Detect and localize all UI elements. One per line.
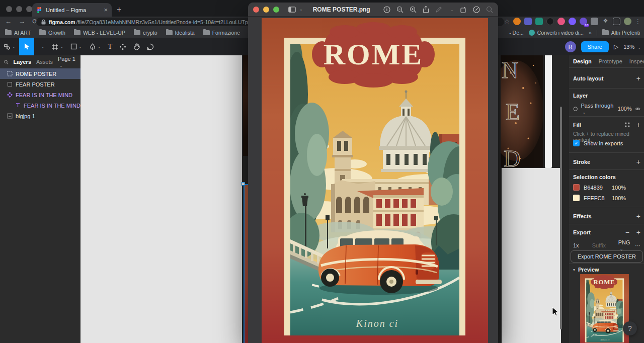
preview-titlebar[interactable]: ⌄ ROME POSTER.png [248,3,498,17]
move-tool-chevron[interactable]: ⌄ [36,38,48,55]
share-icon[interactable] [423,6,429,13]
window-icon[interactable] [613,18,620,25]
zoom-window-button[interactable] [26,6,32,12]
bookmark-folder-crypto[interactable]: crypto [134,30,157,36]
zoom-level-dropdown[interactable]: 13% ⌄ [623,44,641,50]
color-hex[interactable]: FFEFC8 [584,195,612,201]
browser-menu-kebab-icon[interactable]: ⋮ [635,18,641,25]
search-icon[interactable] [4,59,9,65]
extension-icon-dark[interactable] [546,18,554,25]
fill-styles-icon[interactable] [624,122,630,128]
color-opacity[interactable]: 100% [612,195,626,201]
layer-row-fear-poster[interactable]: FEAR POSTER [0,79,80,90]
export-format-dropdown[interactable]: PNG ⌄ [618,239,633,251]
tab-design[interactable]: Design [573,58,592,64]
layer-row-rome-poster[interactable]: ROME POSTER [0,68,80,79]
preview-caret-icon[interactable]: ▾ [573,268,575,272]
layer-row-fear-component[interactable]: FEAR IS IN THE MIND [0,90,80,100]
shape-tool-button[interactable]: ⌄ [67,38,86,55]
zoom-in-icon[interactable] [410,6,417,13]
extension-icon-cloud[interactable] [569,18,576,25]
user-avatar[interactable]: R [565,41,576,52]
layer-opacity-value[interactable]: 100% [618,106,632,112]
page-selector[interactable]: Page 1 ⌄ [58,56,76,68]
canvas-scrollbar[interactable] [560,107,562,329]
minimize-window-button[interactable] [16,6,22,12]
comment-tool-button[interactable] [143,38,157,55]
pen-tool-button[interactable]: ⌄ [86,38,105,55]
add-stroke-button[interactable]: + [636,158,640,166]
color-swatch-cream[interactable] [573,195,580,201]
canvas-rome-poster-edge[interactable] [245,184,248,343]
color-opacity[interactable]: 100% [612,185,626,191]
blend-mode-dropdown[interactable]: Pass through ⌄ [581,103,615,115]
add-auto-layout-button[interactable]: + [636,74,640,82]
bookmark-converti[interactable]: Converti i video di... [529,30,584,36]
bookmark-star-icon[interactable]: ☆ [504,18,510,25]
tab-prototype[interactable]: Prototype [599,58,622,64]
rotate-icon[interactable] [460,6,467,13]
bookmarks-overflow-icon[interactable]: » [589,30,592,36]
extension-icon-badge[interactable]: 18 [580,18,587,25]
text-tool-button[interactable]: T [105,38,116,55]
frame-tool-button[interactable]: ⌄ [48,38,67,55]
bookmark-folder-growth[interactable]: Growth [39,30,65,36]
remove-export-button[interactable]: − [625,228,629,236]
color-swatch-red[interactable] [573,184,580,191]
eye-visibility-icon[interactable] [635,107,640,111]
export-options-icon[interactable]: ··· [635,242,640,248]
add-fill-button[interactable]: + [636,121,640,129]
bookmark-folder-formazione[interactable]: Formazione [203,30,240,36]
selection-color-row[interactable]: FFEFC8 100% [573,195,640,201]
new-tab-button[interactable]: + [117,6,121,14]
export-suffix-input[interactable] [592,242,615,248]
layer-row-fear-text[interactable]: FEAR IS IN THE MIND [0,100,80,111]
selection-color-row[interactable]: B64839 100% [573,184,640,191]
bookmark-altri-preferiti[interactable]: Altri Preferiti [602,30,640,36]
add-export-button[interactable]: + [636,228,640,236]
tab-layers[interactable]: Layers [14,59,31,65]
sidebar-toggle[interactable]: ⌄ [288,7,303,13]
extension-icon-fox[interactable] [513,18,521,25]
zoom-out-icon[interactable] [396,6,404,13]
extension-icon-purple[interactable] [524,18,532,25]
bookmark-truncated[interactable]: - De... [509,30,524,36]
resources-tool-button[interactable] [116,38,130,55]
canvas-fear-poster-edge[interactable] [243,55,248,156]
present-play-icon[interactable]: ▷ [614,43,618,50]
browser-avatar[interactable] [624,18,631,25]
share-button[interactable]: Share [581,41,609,52]
figma-main-menu[interactable]: ⌄ [0,38,19,55]
browser-window-controls[interactable] [6,6,32,12]
close-window-button[interactable] [6,6,12,12]
bookmark-folder-ai-art[interactable]: AI ART [5,30,31,36]
extension-icon-pink[interactable] [557,18,565,25]
annotate-icon[interactable] [473,6,480,13]
tab-assets[interactable]: Assets [36,59,53,65]
extension-icon-code[interactable] [591,18,598,25]
bookmark-folder-web-level-up[interactable]: WEB - LEVEL-UP [74,30,125,36]
puzzle-extensions-icon[interactable]: ❖ [602,18,609,25]
browser-tab[interactable]: Untitled – Figma × [32,3,112,17]
move-tool-button[interactable] [19,38,34,55]
canvas-white-frame-edge[interactable] [545,55,552,169]
show-in-exports-checkbox[interactable]: ✓ [573,140,580,146]
info-icon[interactable] [383,6,390,13]
selection-corner-handle[interactable] [242,182,245,186]
tab-inspect[interactable]: Inspect [629,58,644,64]
extension-icon-teal[interactable] [535,18,543,25]
search-icon[interactable] [486,6,493,13]
layer-row-bigjpg[interactable]: bigjpg 1 [0,111,80,121]
export-scale-dropdown[interactable]: 1x [573,242,579,248]
tab-close-icon[interactable]: × [104,6,108,14]
color-hex[interactable]: B64839 [584,185,612,191]
help-button[interactable]: ? [623,321,637,335]
canvas-fear-poster-partial[interactable]: N E D [501,55,543,167]
close-window-button[interactable] [253,7,259,13]
canvas-empty-frame[interactable] [80,55,242,343]
bookmark-folder-idealista[interactable]: Idealista [166,30,195,36]
add-effect-button[interactable]: + [636,212,640,220]
minimize-window-button[interactable] [263,7,269,13]
blend-mode-icon[interactable] [573,106,578,112]
zoom-window-button[interactable] [273,7,279,13]
